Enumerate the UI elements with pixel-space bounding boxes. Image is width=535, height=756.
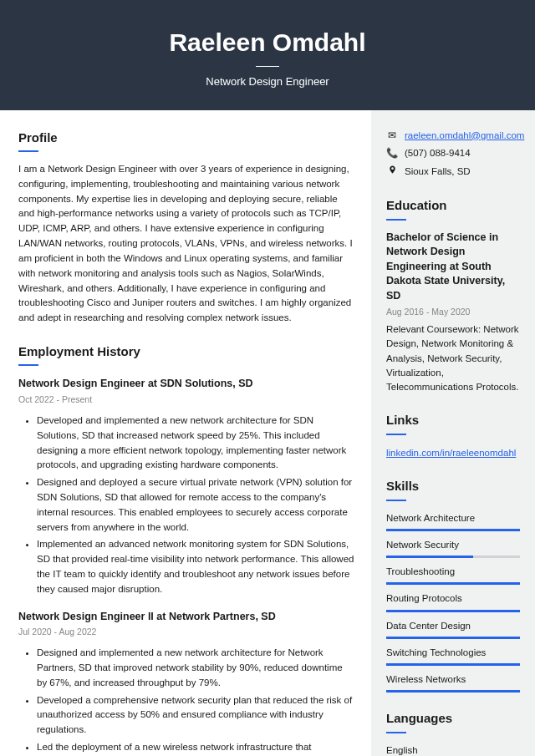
skill-name: Routing Protocols (386, 591, 520, 606)
employment-section: Employment History Network Design Engine… (18, 342, 354, 756)
linkedin-link[interactable]: linkedin.com/in/raeleenomdahl (386, 448, 516, 458)
person-title: Network Design Engineer (17, 74, 518, 90)
job-bullet: Developed a comprehensive network securi… (37, 693, 354, 738)
education-date: Aug 2016 - May 2020 (386, 306, 520, 319)
phone-text: (507) 088-9414 (405, 146, 471, 160)
education-text: Relevant Coursework: Network Design, Net… (386, 322, 520, 394)
profile-text: I am a Network Design Engineer with over… (18, 162, 354, 326)
job-bullet: Implemented an advanced network monitori… (37, 537, 354, 596)
profile-heading: Profile (18, 129, 354, 148)
section-underline (18, 364, 38, 366)
right-column: ✉ raeleen.omdahl@gmail.com 📞 (507) 088-9… (371, 110, 535, 757)
skill-name: Wireless Networks (386, 672, 520, 687)
section-underline (18, 150, 38, 152)
links-heading: Links (386, 411, 520, 430)
job-bullets: Developed and implemented a new network … (18, 414, 354, 597)
skill-item: Data Center Design (386, 619, 520, 639)
skill-bar (386, 529, 520, 531)
skill-bar (386, 610, 520, 612)
section-underline (386, 219, 406, 221)
education-title: Bachelor of Science in Network Design En… (386, 231, 520, 304)
location-text: Sioux Falls, SD (405, 165, 471, 179)
skill-item: Routing Protocols (386, 591, 520, 611)
header: Raeleen Omdahl Network Design Engineer (0, 0, 535, 110)
section-underline (386, 434, 406, 435)
job-title: Network Design Engineer at SDN Solutions… (18, 376, 354, 392)
job-bullet: Led the deployment of a new wireless net… (37, 740, 354, 756)
skill-item: Switching Technologies (386, 646, 520, 666)
job-date: Jul 2020 - Aug 2022 (18, 626, 354, 639)
skill-item: Troubleshooting (386, 565, 520, 585)
job-bullet: Developed and implemented a new network … (37, 414, 354, 473)
email-icon: ✉ (386, 129, 398, 143)
skills-section: Skills Network ArchitectureNetwork Secur… (386, 477, 520, 693)
content: Profile I am a Network Design Engineer w… (0, 110, 535, 757)
skill-name: English (386, 743, 520, 756)
person-name: Raeleen Omdahl (17, 23, 518, 61)
employment-heading: Employment History (18, 342, 354, 362)
links-section: Links linkedin.com/in/raeleenomdahl (386, 411, 520, 460)
email-link[interactable]: raeleen.omdahl@gmail.com (405, 129, 524, 143)
skill-name: Troubleshooting (386, 565, 520, 579)
contact-location-row: Sioux Falls, SD (386, 164, 520, 180)
job-bullet: Designed and implemented a new network a… (37, 646, 354, 690)
contact-email-row: ✉ raeleen.omdahl@gmail.com (386, 129, 520, 143)
skill-name: Network Security (386, 538, 520, 552)
job-title: Network Design Engineer II at Network Pa… (18, 609, 354, 625)
education-heading: Education (386, 196, 520, 216)
skill-item: Network Security (386, 538, 520, 558)
job-bullet: Designed and deployed a secure virtual p… (37, 475, 354, 535)
skill-bar (386, 582, 520, 585)
contact-section: ✉ raeleen.omdahl@gmail.com 📞 (507) 088-9… (386, 129, 520, 180)
skill-name: Network Architecture (386, 511, 520, 525)
section-underline (386, 732, 406, 733)
skill-bar (386, 637, 520, 639)
languages-heading: Languages (386, 709, 520, 728)
skills-heading: Skills (386, 477, 520, 496)
job-item: Network Design Engineer II at Network Pa… (18, 609, 354, 756)
contact-phone-row: 📞 (507) 088-9414 (386, 146, 520, 160)
skill-item: English (386, 743, 520, 756)
skill-name: Data Center Design (386, 619, 520, 633)
phone-icon: 📞 (386, 146, 398, 160)
left-column: Profile I am a Network Design Engineer w… (0, 110, 371, 757)
skill-bar (386, 556, 520, 558)
job-bullets: Designed and implemented a new network a… (18, 646, 354, 756)
profile-section: Profile I am a Network Design Engineer w… (18, 129, 354, 326)
section-underline (386, 500, 406, 501)
skill-bar (386, 663, 520, 666)
skill-item: Network Architecture (386, 511, 520, 531)
location-icon (386, 164, 398, 180)
skill-name: Switching Technologies (386, 646, 520, 660)
languages-section: Languages EnglishBengali (386, 709, 520, 756)
job-item: Network Design Engineer at SDN Solutions… (18, 376, 354, 596)
skill-item: Wireless Networks (386, 672, 520, 693)
job-date: Oct 2022 - Present (18, 393, 354, 407)
header-divider (256, 66, 279, 67)
education-section: Education Bachelor of Science in Network… (386, 196, 520, 394)
skill-bar (386, 690, 520, 693)
